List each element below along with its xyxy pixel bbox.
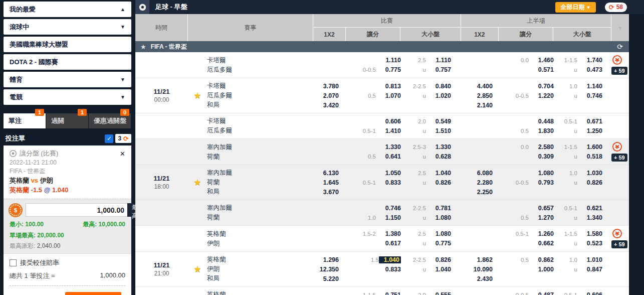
odds-value[interactable]: 3.670 [321,189,346,196]
odds-value[interactable]: 1.030 [577,170,602,177]
odds-value[interactable]: 6.080 [468,170,493,177]
odds-value[interactable]: 2.140 [468,102,493,109]
odds-value[interactable]: 1.296 [321,256,346,263]
odds-value[interactable]: 1.460 [529,57,554,64]
favorite-star-icon[interactable]: ★ [193,264,201,274]
refresh-icon[interactable]: ⟳ [617,43,623,51]
odds-value[interactable]: 2.250 [468,189,493,196]
odds-value[interactable]: 1.080 [529,170,554,177]
odds-value[interactable]: 0.813 [376,83,401,90]
refresh-timer-pill[interactable]: ⟳ 58 [605,3,627,12]
odds-value[interactable]: 1.330 [376,143,401,151]
close-icon[interactable]: ✕ [120,150,125,158]
odds-value[interactable]: 4.400 [468,83,493,90]
odds-value[interactable]: 12.350 [320,266,346,273]
accept-better-odds-checkbox[interactable] [10,259,17,266]
odds-value[interactable]: 1.250 [577,127,602,134]
more-bets-badge[interactable]: + 59 [611,67,627,75]
odds-value[interactable]: 0.641 [376,153,401,160]
sidebar-item[interactable]: 我的最愛▲ [4,2,131,17]
odds-value[interactable]: 0.621 [577,205,602,212]
odds-value[interactable]: 0.833 [376,266,401,273]
odds-value[interactable]: 0.487 [529,291,554,295]
odds-value[interactable]: 1.862 [468,256,493,263]
odds-value[interactable]: 1.150 [376,214,401,221]
sidebar-item[interactable]: 電競▼ [4,89,131,105]
betslip-tab[interactable]: 過關1 [46,113,88,128]
refresh-icon[interactable]: ⟳ [123,135,129,142]
odds-value[interactable]: 1.600 [577,143,602,151]
odds-value[interactable]: 1.410 [376,127,401,134]
bet-chip-icon[interactable] [612,55,622,65]
odds-value[interactable]: 0.448 [529,118,554,125]
scroll-gutter[interactable] [629,14,644,295]
odds-value[interactable]: 1.260 [529,230,554,237]
odds-value[interactable]: 0.606 [376,118,401,125]
betslip-count-pill[interactable]: 3 ⟳ [115,134,131,143]
odds-value[interactable]: 0.847 [577,266,602,273]
odds-value[interactable]: 0.657 [529,205,554,212]
odds-value[interactable]: 1.110 [376,57,401,64]
odds-value[interactable]: 1.340 [577,214,602,221]
sidebar-item[interactable]: DOTA 2 - 國際賽 [4,54,131,70]
odds-value[interactable]: 1.050 [376,170,401,177]
odds-value[interactable]: 1.510 [426,127,451,134]
bet-chip-icon[interactable] [612,142,622,152]
odds-value[interactable]: 2.070 [321,92,346,99]
odds-value[interactable]: 0.555 [426,291,451,295]
add-column-button[interactable]: + [611,14,629,41]
odds-value[interactable]: 2.850 [468,92,493,99]
odds-value[interactable]: 1.080 [426,214,451,221]
odds-value[interactable]: 1.330 [426,143,451,151]
odds-value[interactable]: 0.309 [529,153,554,160]
more-bets-badge[interactable]: + 59 [611,240,627,248]
odds-value[interactable]: 5.220 [321,275,346,282]
odds-value[interactable]: 1.040 [426,170,451,177]
betslip-tab[interactable]: 優惠過關盤0 [89,113,131,128]
odds-value[interactable]: 0.571 [529,66,554,73]
odds-value[interactable]: 1.740 [577,57,602,64]
odds-value[interactable]: 1.040 [426,266,451,273]
odds-value[interactable]: 1.080 [426,230,451,237]
betslip-tab[interactable]: 單注1 [4,113,46,128]
favorite-star-icon[interactable]: ★ [193,177,201,188]
odds-value[interactable]: 1.380 [376,230,401,237]
odds-value[interactable]: 0.746 [376,205,401,212]
odds-value[interactable]: 0.662 [529,240,554,247]
bet-chip-icon[interactable] [612,229,622,238]
odds-value[interactable]: 1.220 [529,92,554,99]
odds-value[interactable]: 0.781 [426,205,451,212]
odds-value[interactable]: 1.020 [426,92,451,99]
odds-value[interactable]: 0.862 [529,256,554,263]
odds-value[interactable]: 1.270 [529,214,554,221]
more-bets-badge[interactable]: + 59 [611,154,627,162]
odds-value[interactable]: 0.826 [426,179,451,186]
odds-value[interactable]: 0.473 [577,66,602,73]
odds-value[interactable]: 3.420 [321,102,346,109]
odds-value[interactable]: 0.775 [376,66,401,73]
odds-value[interactable]: 1.110 [426,57,451,64]
odds-value[interactable]: 0.793 [529,179,554,186]
odds-value[interactable]: 0.671 [577,118,602,125]
star-icon[interactable]: ★ [140,43,146,51]
odds-value[interactable]: 1.140 [577,83,602,90]
odds-value[interactable]: 2.580 [529,143,554,151]
favorite-star-icon[interactable]: ★ [193,90,201,101]
odds-value[interactable]: 1.000 [529,266,554,273]
date-filter-button[interactable]: 全部日期 ▼ [555,2,595,13]
odds-value[interactable]: 1.645 [321,179,346,186]
odds-value[interactable]: 0.606 [577,291,602,295]
odds-value[interactable]: 10.090 [468,266,493,273]
odds-value[interactable]: 1.830 [529,127,554,134]
odds-value[interactable]: 6.130 [321,170,346,177]
selected-odds-value[interactable]: 1.040 [379,256,401,263]
odds-value[interactable]: 0.826 [577,179,602,186]
odds-value[interactable]: 0.775 [426,240,451,247]
odds-value[interactable]: 1.070 [376,92,401,99]
odds-value[interactable]: 1.010 [577,256,602,263]
odds-value[interactable]: 0.628 [426,153,451,160]
odds-value[interactable]: 0.833 [376,179,401,186]
odds-value[interactable]: 0.518 [577,153,602,160]
odds-value[interactable]: 2.430 [468,275,493,282]
sidebar-item[interactable]: 美國職業棒球大聯盟 [4,37,131,52]
